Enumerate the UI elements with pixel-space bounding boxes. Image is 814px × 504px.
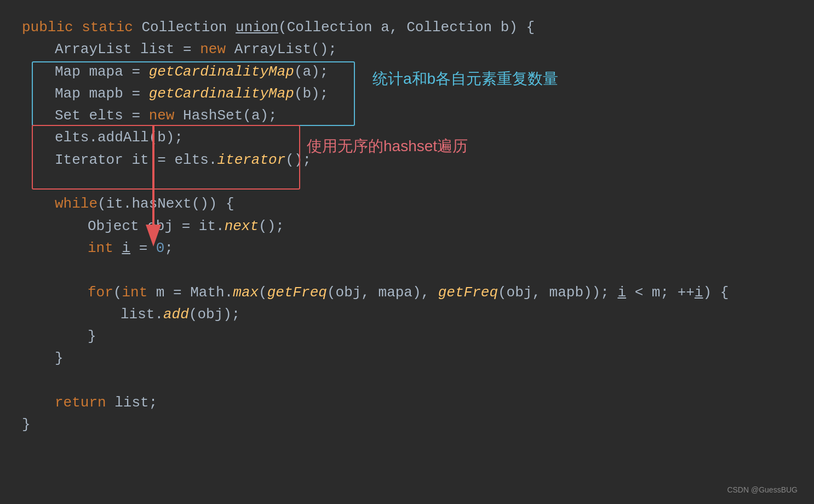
line-close-method: }: [22, 414, 792, 436]
kw-public: public: [22, 16, 82, 38]
line-while: while(it.hasNext()) {: [22, 193, 792, 215]
obj-end: ();: [259, 215, 284, 237]
line-blank1: [22, 171, 792, 193]
line-blank2: [22, 259, 792, 281]
line-for: for(int m = Math.max(getFreq(obj, mapa),…: [22, 282, 792, 303]
kw-return: return: [55, 392, 114, 414]
set-elts-text: Set elts =: [55, 105, 149, 127]
watermark: CSDN @GuessBUG: [727, 485, 798, 494]
params: (Collection a, Collection b) {: [278, 16, 535, 38]
line-method-signature: public static Collection union(Collectio…: [22, 16, 792, 38]
list-add-args: (obj);: [189, 303, 240, 325]
iterator-eq: = elts.: [157, 149, 217, 171]
fn-getfreq1: getFreq: [267, 282, 327, 303]
fn-add: add: [163, 303, 189, 325]
close-for-brace: }: [88, 325, 96, 347]
annotation-blue: 统计a和b各自元素重复数量: [372, 68, 558, 89]
fn-getcardinalitymap-b: getCardinalityMap: [149, 83, 294, 105]
line-blank3: [22, 370, 792, 392]
kw-for: for: [88, 282, 113, 303]
for-close: ) {: [703, 282, 729, 303]
int-i-end: ;: [164, 237, 173, 259]
fn-iterator: iterator: [217, 149, 285, 171]
for-args3: (obj, mapb));: [498, 282, 617, 303]
int-i-eq: =: [130, 237, 156, 259]
line-return: return list;: [22, 392, 792, 414]
for-open: (: [113, 282, 122, 303]
annotation-red: 使用无序的hashset遍历: [307, 136, 468, 157]
line-arraylist: ArrayList list = new ArrayList();: [22, 38, 792, 60]
line-int-i: int i = 0;: [22, 237, 792, 259]
kw-new: new: [200, 38, 234, 60]
fn-max: max: [233, 282, 259, 303]
for-i-inc: i: [695, 282, 703, 303]
map-mapb-args: (b);: [294, 83, 328, 105]
line-close-while: }: [22, 347, 792, 369]
method-name: union: [236, 16, 278, 38]
fn-next: next: [225, 215, 259, 237]
line-list-add: list.add(obj);: [22, 303, 792, 325]
for-args1: (: [259, 282, 267, 303]
cls-arraylist: ArrayList list =: [55, 38, 200, 60]
var-i: i: [122, 237, 130, 259]
for-args2: (obj, mapa),: [327, 282, 438, 303]
kw-int: int: [88, 237, 122, 259]
close-method-brace: }: [22, 414, 31, 436]
return-val: list;: [114, 392, 157, 414]
line-obj: Object obj = it.next();: [22, 215, 792, 237]
kw-int2: int: [122, 282, 156, 303]
line-set-elts: Set elts = new HashSet(a);: [22, 105, 792, 127]
cls-collection: Collection: [141, 16, 236, 38]
line-close-for: }: [22, 325, 792, 347]
map-mapa-args: (a);: [294, 61, 328, 83]
fn-getfreq2: getFreq: [438, 282, 498, 303]
map-mapa-text: Map mapa =: [55, 61, 149, 83]
cls-hashset: HashSet(a);: [183, 105, 277, 127]
iterator-text: Iterator it: [55, 149, 157, 171]
map-mapb-text: Map mapb =: [55, 83, 149, 105]
list-add-text: list.: [121, 303, 163, 325]
for-cond: < m; ++: [626, 282, 695, 303]
kw-new2: new: [149, 105, 183, 127]
cls-arraylist2: ArrayList();: [234, 38, 337, 60]
code-block: public static Collection union(Collectio…: [0, 0, 814, 453]
kw-while: while: [55, 193, 98, 215]
elts-addall-text: elts.addAll(b);: [55, 127, 183, 148]
kw-static: static: [82, 16, 141, 38]
obj-text: Object obj = it.: [88, 215, 225, 237]
close-while-brace: }: [55, 347, 64, 369]
for-m: m = Math.: [156, 282, 233, 303]
while-cond: (it.hasNext()) {: [98, 193, 234, 215]
for-i-ref: i: [617, 282, 626, 303]
val-zero: 0: [156, 237, 165, 259]
fn-getcardinalitymap-a: getCardinalityMap: [149, 61, 294, 83]
